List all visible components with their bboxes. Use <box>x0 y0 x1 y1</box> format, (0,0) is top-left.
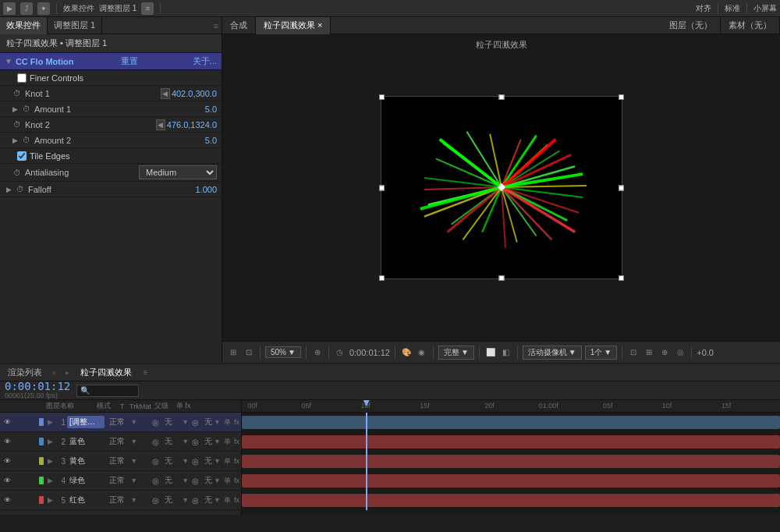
solo-btn-2[interactable] <box>27 436 37 447</box>
parent-val-1[interactable]: 无 <box>204 417 212 427</box>
preview-bar-icon-alpha[interactable]: ◧ <box>500 346 512 359</box>
center-tab-comp[interactable]: 合成 <box>222 17 256 34</box>
mode-arrow-5[interactable]: ▼ <box>130 496 137 504</box>
timeline-track-area[interactable]: 00f 05f 10f 15f 20f 01:00f 05f 10f 15f <box>242 400 780 515</box>
timeline-row-4[interactable]: 👁 ▶ 4 绿色 正常 ▼ ◎ 无 ▼ ◎ 无 ▼ 单 fx <box>0 471 241 491</box>
handle-mt[interactable] <box>498 94 504 100</box>
track-bar-row-1[interactable] <box>242 413 780 432</box>
expand-2[interactable]: ▶ <box>45 438 55 445</box>
timeline-row-5[interactable]: 👁 ▶ 5 红色 正常 ▼ ◎ 无 ▼ ◎ 无 ▼ 单 fx <box>0 491 241 510</box>
layer-trk-1[interactable]: 无 <box>165 417 180 427</box>
stopwatch-amount2[interactable]: ⏱ <box>22 136 31 145</box>
handle-mb[interactable] <box>498 275 504 281</box>
audio-btn-4[interactable] <box>14 475 25 486</box>
antialiasing-select[interactable]: Low Medium High <box>139 165 217 179</box>
preview-bar-icon-a[interactable]: ⊡ <box>627 346 640 359</box>
audio-btn-2[interactable] <box>14 436 25 447</box>
preview-area[interactable]: 粒子四溅效果 <box>222 34 780 341</box>
layer-mode-1[interactable]: 正常 <box>106 417 128 427</box>
toolbar-icon-1[interactable]: ▶ <box>3 2 16 15</box>
parent-circle-1[interactable]: ◎ <box>192 418 203 427</box>
timeline-expand-btn[interactable]: ▸ <box>66 368 69 377</box>
timeline-row-3[interactable]: 👁 ▶ 3 黄色 正常 ▼ ◎ 无 ▼ ◎ 无 ▼ 单 fx <box>0 452 241 471</box>
stopwatch-amount1[interactable]: ⏱ <box>22 105 31 114</box>
param-expand-falloff[interactable]: ▶ <box>6 186 14 193</box>
mode-arrow-3[interactable]: ▼ <box>130 457 137 465</box>
preview-bar-icon-c[interactable]: ⊕ <box>658 346 671 359</box>
timeline-row-1[interactable]: 👁 ▶ 1 [调整图层 1] 正常 ▼ ◎ 无 ▼ ◎ 无 ▼ 单 fx <box>0 413 241 432</box>
trk-arrow-4[interactable]: ▼ <box>182 477 189 484</box>
solo-btn-5[interactable] <box>27 495 37 505</box>
preview-views-btn[interactable]: 1个 ▼ <box>585 346 617 360</box>
layer-fx-5[interactable]: fx <box>234 496 239 504</box>
effect-about[interactable]: 关于... <box>193 55 217 67</box>
expand-4[interactable]: ▶ <box>45 477 55 484</box>
vis-btn-3[interactable]: 👁 <box>2 456 12 466</box>
parent-arrow-5[interactable]: ▼ <box>214 496 221 504</box>
knot1-nudge[interactable]: ◀ <box>161 88 170 99</box>
layer-name-5[interactable]: 红色 <box>67 494 105 506</box>
layer-trk-5[interactable]: 无 <box>165 495 180 505</box>
solo-btn-1[interactable] <box>27 417 37 427</box>
preview-bar-icon-b[interactable]: ⊞ <box>643 346 655 359</box>
param-value-falloff[interactable]: 1.000 <box>195 185 217 194</box>
solo-btn-4[interactable] <box>27 475 37 486</box>
track-bar-row-2[interactable] <box>242 432 780 452</box>
vis-btn-2[interactable]: 👁 <box>2 436 12 447</box>
preview-camera-btn[interactable]: 活动摄像机 ▼ <box>523 346 582 360</box>
handle-bl[interactable] <box>379 275 385 281</box>
tab-effects-controls[interactable]: 效果控件 <box>0 17 48 34</box>
track-bar-row-4[interactable] <box>242 471 780 491</box>
preview-bar-icon-color[interactable]: 🎨 <box>400 346 413 359</box>
timeline-search-input[interactable] <box>76 385 139 397</box>
audio-btn-3[interactable] <box>14 456 25 466</box>
param-value-knot2[interactable]: 476.0,1324.0 <box>167 120 217 129</box>
timeline-menu[interactable]: ≡ <box>143 368 147 377</box>
finer-controls-checkbox[interactable] <box>17 73 27 83</box>
stopwatch-falloff[interactable]: ⏱ <box>16 185 25 194</box>
audio-btn-5[interactable] <box>14 495 25 505</box>
trk-arrow-3[interactable]: ▼ <box>182 457 189 465</box>
mode-arrow-4[interactable]: ▼ <box>130 477 137 484</box>
vis-btn-1[interactable]: 👁 <box>2 417 12 427</box>
parent-val-4[interactable]: 无 <box>204 475 212 486</box>
knot2-nudge[interactable]: ◀ <box>156 119 165 130</box>
expand-1[interactable]: ▶ <box>45 418 55 426</box>
effect-reset[interactable]: 重置 <box>121 55 138 67</box>
handle-mr[interactable] <box>619 185 624 190</box>
audio-btn-1[interactable] <box>14 417 25 427</box>
timeline-tab-render[interactable]: 渲染列表 <box>5 367 45 378</box>
handle-tl[interactable] <box>379 94 385 100</box>
param-expand-amount1[interactable]: ▶ <box>12 105 20 113</box>
layer-trk-2[interactable]: 无 <box>165 436 180 447</box>
tile-edges-checkbox[interactable] <box>17 151 27 161</box>
layer-mode-4[interactable]: 正常 <box>106 475 128 486</box>
track-bar-row-5[interactable] <box>242 491 780 510</box>
expand-5[interactable]: ▶ <box>45 496 55 504</box>
solo-btn-3[interactable] <box>27 456 37 466</box>
layer-mode-2[interactable]: 正常 <box>106 436 128 447</box>
preview-bar-icon-fit[interactable]: ⊕ <box>311 346 324 359</box>
left-panel-menu[interactable]: ≡ <box>211 21 222 30</box>
layer-mode-5[interactable]: 正常 <box>106 495 128 505</box>
vis-btn-4[interactable]: 👁 <box>2 475 12 486</box>
layer-circle-4[interactable]: ◎ <box>152 477 163 485</box>
parent-circle-2[interactable]: ◎ <box>192 438 203 446</box>
layer-trk-3[interactable]: 无 <box>165 456 180 466</box>
mode-arrow-2[interactable]: ▼ <box>130 438 137 445</box>
layer-name-3[interactable]: 黄色 <box>67 455 105 467</box>
layer-fx-3[interactable]: fx <box>234 457 239 465</box>
preview-bar-timecode[interactable]: 0:00:01:12 <box>349 348 390 357</box>
param-value-amount2[interactable]: 5.0 <box>205 136 217 145</box>
preview-quality-btn[interactable]: 完整 ▼ <box>438 346 474 360</box>
timeline-row-2[interactable]: 👁 ▶ 2 蓝色 正常 ▼ ◎ 无 ▼ ◎ 无 ▼ 单 fx <box>0 432 241 452</box>
parent-circle-5[interactable]: ◎ <box>192 496 203 505</box>
param-value-knot1[interactable]: 402.0,300.0 <box>172 89 217 98</box>
layer-circle-3[interactable]: ◎ <box>152 457 163 466</box>
effect-expand[interactable]: ▼ <box>5 57 12 66</box>
preview-bar-icon-grid[interactable]: ⊡ <box>243 346 255 359</box>
parent-val-2[interactable]: 无 <box>204 436 212 447</box>
trk-arrow-2[interactable]: ▼ <box>182 438 189 445</box>
handle-ml[interactable] <box>379 185 385 190</box>
layer-fx-4[interactable]: fx <box>234 477 239 484</box>
